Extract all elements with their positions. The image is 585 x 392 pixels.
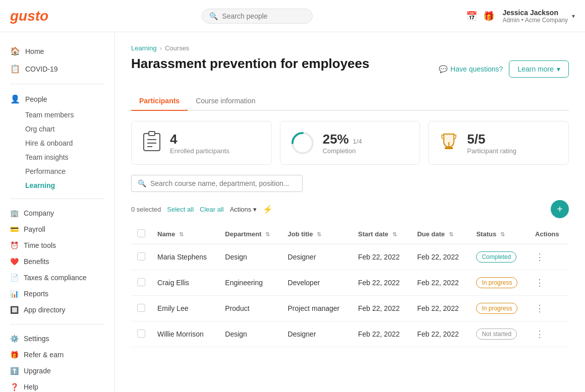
table-col-status[interactable]: Status ⇅ xyxy=(470,224,529,244)
tab-course-information[interactable]: Course information xyxy=(188,92,263,111)
add-participant-button[interactable]: + xyxy=(551,200,569,218)
row-select-checkbox-1[interactable] xyxy=(137,278,145,286)
sidebar-label-taxes: Taxes & compliance xyxy=(24,274,87,282)
sidebar-item-taxes[interactable]: 📄 Taxes & compliance xyxy=(0,270,114,286)
sidebar-item-team-members[interactable]: Team members xyxy=(25,108,114,122)
sidebar-item-refer[interactable]: 🎁 Refer & earn xyxy=(0,347,114,363)
row-checkbox-3[interactable] xyxy=(131,321,151,347)
sidebar-item-covid[interactable]: 📋 COVID-19 xyxy=(0,60,114,78)
calendar-icon[interactable]: 📅 xyxy=(466,11,477,22)
status-badge-1: In progress xyxy=(476,277,517,288)
sidebar-sub-people: Team members Org chart Hire & onboard Te… xyxy=(0,108,114,192)
sidebar-item-app-directory[interactable]: 🔲 App directory xyxy=(0,302,114,318)
breadcrumb-parent[interactable]: Learning xyxy=(131,44,157,52)
sidebar-item-hire-onboard[interactable]: Hire & onboard xyxy=(25,136,114,150)
stat-enrolled-info: 4 Enrolled participants xyxy=(170,132,229,155)
select-all-button[interactable]: Select all xyxy=(167,206,194,213)
row-actions-menu-3[interactable]: ⋮ xyxy=(535,329,544,339)
sidebar-item-performance[interactable]: Performance xyxy=(25,164,114,178)
tab-participants[interactable]: Participants xyxy=(131,92,188,111)
row-checkbox-1[interactable] xyxy=(131,270,151,296)
sidebar-item-reports[interactable]: 📊 Reports xyxy=(0,286,114,302)
sidebar-top-section: 🏠 Home 📋 COVID-19 xyxy=(0,40,114,80)
page-title: Harassment prevention for employees xyxy=(131,56,370,72)
sidebar-item-company[interactable]: 🏢 Company xyxy=(0,205,114,221)
sidebar-item-help[interactable]: ❓ Help xyxy=(0,379,114,392)
sidebar-item-time-tools[interactable]: ⏰ Time tools xyxy=(0,237,114,253)
stat-card-enrolled: 4 Enrolled participants xyxy=(131,121,272,165)
sidebar-label-payroll: Payroll xyxy=(24,225,45,233)
table-row: Craig Ellis Engineering Developer Feb 22… xyxy=(131,270,569,296)
table-col-department[interactable]: Department ⇅ xyxy=(219,224,281,244)
user-name: Jessica Jackson xyxy=(502,9,568,17)
table-search-input[interactable] xyxy=(150,179,291,187)
sidebar-bottom-section: ⚙️ Settings 🎁 Refer & earn ⬆️ Upgrade ❓ … xyxy=(0,329,114,392)
table-header-row: Name ⇅ Department ⇅ Job title ⇅ Start da… xyxy=(131,224,569,244)
sidebar-label-refer: Refer & earn xyxy=(24,351,64,359)
table-col-job-title[interactable]: Job title ⇅ xyxy=(282,224,352,244)
sidebar-item-payroll[interactable]: 💳 Payroll xyxy=(0,221,114,237)
table-col-due-date[interactable]: Due date ⇅ xyxy=(411,224,470,244)
sidebar-label-upgrade: Upgrade xyxy=(24,367,51,375)
table-body: Maria Stephens Design Designer Feb 22, 2… xyxy=(131,244,569,347)
gift-icon[interactable]: 🎁 xyxy=(483,11,494,22)
row-checkbox-0[interactable] xyxy=(131,244,151,270)
row-actions-0[interactable]: ⋮ xyxy=(529,244,569,270)
table-col-name[interactable]: Name ⇅ xyxy=(151,224,219,244)
logo: gusto xyxy=(10,8,48,24)
row-department-0: Design xyxy=(219,244,281,270)
svg-rect-8 xyxy=(445,147,453,149)
actions-label: Actions xyxy=(230,206,252,213)
row-actions-menu-1[interactable]: ⋮ xyxy=(535,278,544,288)
sidebar-item-upgrade[interactable]: ⬆️ Upgrade xyxy=(0,363,114,379)
row-actions-menu-0[interactable]: ⋮ xyxy=(535,252,544,262)
sidebar-item-benefits[interactable]: ❤️ Benefits xyxy=(0,253,114,270)
row-status-1: In progress xyxy=(470,270,529,296)
reports-icon: 📊 xyxy=(10,290,19,298)
sidebar-item-people[interactable]: 👤 People xyxy=(0,90,114,108)
sidebar-item-team-insights[interactable]: Team insights xyxy=(25,150,114,164)
row-name-0: Maria Stephens xyxy=(151,244,219,270)
row-job-title-2: Project manager xyxy=(282,296,352,321)
row-actions-3[interactable]: ⋮ xyxy=(529,321,569,347)
select-all-checkbox[interactable] xyxy=(137,229,145,237)
company-icon: 🏢 xyxy=(10,209,19,217)
user-info[interactable]: Jessica Jackson Admin • Acme Company ▾ xyxy=(502,9,575,24)
row-actions-2[interactable]: ⋮ xyxy=(529,296,569,321)
sidebar-item-home[interactable]: 🏠 Home xyxy=(0,42,114,60)
benefits-icon: ❤️ xyxy=(10,257,19,266)
sidebar-label-benefits: Benefits xyxy=(24,257,49,266)
row-select-checkbox-0[interactable] xyxy=(137,252,145,260)
actions-dropdown-button[interactable]: Actions ▾ xyxy=(230,206,257,213)
svg-rect-0 xyxy=(144,134,160,151)
filter-icon[interactable]: ⚡ xyxy=(263,205,273,214)
sidebar-item-org-chart[interactable]: Org chart xyxy=(25,122,114,136)
table-header: Name ⇅ Department ⇅ Job title ⇅ Start da… xyxy=(131,224,569,244)
home-icon: 🏠 xyxy=(10,46,20,56)
row-select-checkbox-3[interactable] xyxy=(137,330,145,338)
clear-all-button[interactable]: Clear all xyxy=(200,206,224,213)
search-input[interactable] xyxy=(222,12,303,20)
sidebar-divider-1 xyxy=(10,84,104,84)
sidebar-divider-2 xyxy=(10,199,104,199)
learn-more-button[interactable]: Learn more ▾ xyxy=(509,60,569,78)
row-actions-1[interactable]: ⋮ xyxy=(529,270,569,296)
sidebar-item-settings[interactable]: ⚙️ Settings xyxy=(0,331,114,347)
table-row: Willie Morrison Design Designer Feb 22, … xyxy=(131,321,569,347)
sidebar-label-reports: Reports xyxy=(24,290,48,298)
app-directory-icon: 🔲 xyxy=(10,306,19,314)
table-search-container[interactable]: 🔍 xyxy=(131,175,303,192)
search-bar[interactable]: 🔍 xyxy=(202,9,313,24)
table-col-start-date[interactable]: Start date ⇅ xyxy=(352,224,411,244)
row-checkbox-2[interactable] xyxy=(131,296,151,321)
sidebar-item-learning[interactable]: Learning xyxy=(25,178,114,192)
row-select-checkbox-2[interactable] xyxy=(137,304,145,312)
have-questions-link[interactable]: 💬 Have questions? xyxy=(439,65,503,73)
row-due-date-0: Feb 22, 2022 xyxy=(411,244,470,270)
refer-icon: 🎁 xyxy=(10,351,19,359)
row-due-date-3: Feb 22, 2022 xyxy=(411,321,470,347)
breadcrumb-separator: › xyxy=(160,44,162,52)
svg-rect-1 xyxy=(149,132,155,136)
stat-completion-fraction: 1/4 xyxy=(353,138,362,145)
row-actions-menu-2[interactable]: ⋮ xyxy=(535,303,544,313)
